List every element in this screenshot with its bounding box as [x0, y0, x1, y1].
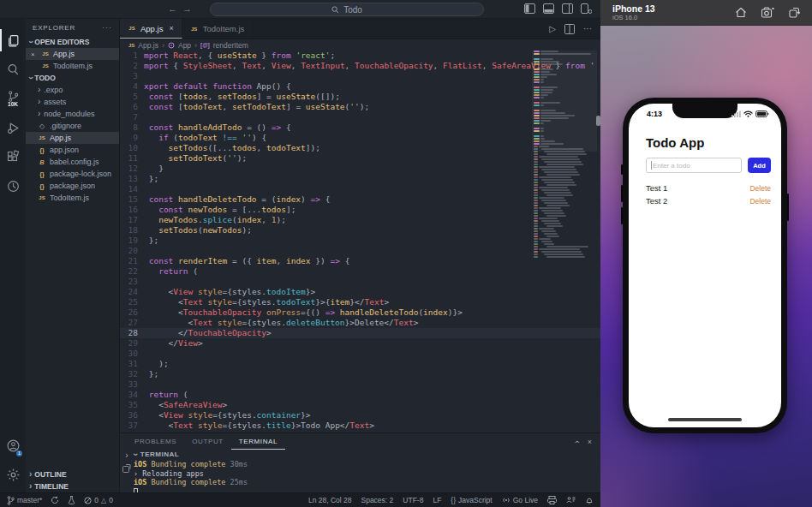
panel-tab-terminal[interactable]: TERMINAL [231, 433, 285, 450]
code-line[interactable]: 2mport { StyleSheet, Text, View, TextInp… [120, 61, 600, 71]
run-button[interactable]: ▷ [549, 24, 556, 33]
todo-input[interactable]: Enter a todo [646, 158, 742, 173]
toggle-sidebar-icon[interactable] [524, 3, 535, 14]
code-editor[interactable]: 1mport React, { useState } from 'react';… [120, 51, 600, 432]
code-line[interactable]: 22 return ( [120, 266, 600, 277]
panel-close-icon[interactable]: × [588, 438, 592, 446]
activity-clock-extension[interactable] [0, 171, 26, 200]
code-line[interactable]: 31 ); [120, 359, 600, 369]
delete-button[interactable]: Delete [749, 197, 771, 206]
code-line[interactable]: 19 }; [120, 236, 600, 246]
rotate-icon[interactable] [789, 7, 800, 18]
go-live-button[interactable]: Go Live [502, 496, 538, 504]
branch-indicator[interactable]: master* [7, 496, 42, 505]
code-line[interactable]: 13 }; [120, 174, 600, 184]
panel-tab-problems[interactable]: PROBLEMS [127, 433, 184, 450]
editor-more-icon[interactable]: ··· [583, 24, 592, 33]
sync-button[interactable] [51, 496, 59, 504]
history-back-button[interactable]: ← [168, 3, 182, 14]
file-tree-item[interactable]: {}app.json [26, 144, 119, 156]
home-icon[interactable] [735, 7, 747, 18]
accounts-button[interactable]: 1 [0, 431, 26, 460]
eol[interactable]: LF [433, 496, 441, 504]
toggle-secondary-sidebar-icon[interactable] [562, 3, 573, 14]
code-line[interactable]: 25 <Text style={styles.todoText}>{item}<… [120, 297, 600, 307]
outline-section[interactable]: › OUTLINE [26, 468, 119, 480]
activity-run-debug[interactable] [0, 113, 26, 142]
code-line[interactable]: 3 [120, 71, 600, 81]
code-line[interactable]: 5 const [todos, setTodos] = useState([])… [120, 92, 600, 102]
language-mode[interactable]: {} JavaScript [451, 496, 492, 504]
open-editors-split-icon[interactable] [122, 464, 131, 473]
file-tree-item[interactable]: ›node_modules [26, 108, 119, 120]
problems-indicator[interactable]: 0 △ 0 [84, 496, 113, 504]
add-button[interactable]: Add [748, 158, 771, 173]
file-tree-item[interactable]: JSApp.js [26, 132, 119, 144]
code-line[interactable]: 8 const handleAddTodo = () => { [120, 122, 600, 133]
panel-maximize-icon[interactable]: › [573, 440, 582, 443]
code-line[interactable]: 29 </View> [120, 338, 600, 349]
open-editors-section[interactable]: › OPEN EDITORS [26, 36, 119, 48]
explorer-more-icon[interactable]: ··· [102, 23, 112, 32]
editor-tab[interactable]: JSApp.js× [120, 19, 182, 39]
code-line[interactable]: 9 if (todoText !== '') { [120, 133, 600, 143]
code-line[interactable]: 15 const handleDeleteTodo = (index) => { [120, 194, 600, 205]
file-tree-item[interactable]: {}package.json [26, 180, 119, 192]
activity-explorer[interactable] [0, 26, 26, 55]
customize-layout-icon[interactable] [581, 3, 592, 14]
file-tree-item[interactable]: {}package-lock.json [26, 168, 119, 180]
code-line[interactable]: 17 newTodos.splice(index, 1); [120, 215, 600, 225]
close-icon[interactable]: × [31, 51, 35, 58]
code-line[interactable]: 11 setTodoText(''); [120, 153, 600, 164]
command-center-search[interactable]: Todo [210, 3, 484, 16]
screenshot-icon[interactable] [761, 7, 774, 18]
code-line[interactable]: 23 [120, 277, 600, 287]
activity-source-control[interactable]: 10K [0, 84, 26, 113]
delete-button[interactable]: Delete [749, 184, 771, 193]
breadcrumb[interactable]: JS App.js › App › [@] renderItem [120, 39, 600, 51]
folder-section[interactable]: › TODO [26, 72, 119, 84]
indentation[interactable]: Spaces: 2 [361, 496, 394, 504]
code-line[interactable]: 33 [120, 379, 600, 390]
file-tree-item[interactable]: ›assets [26, 96, 119, 108]
home-indicator[interactable] [668, 418, 742, 421]
code-line[interactable]: 28 </TouchableOpacity> [120, 328, 600, 338]
rail-chevron-icon[interactable]: › [125, 451, 128, 460]
code-line[interactable]: 6 const [todoText, setTodoText] = useSta… [120, 102, 600, 112]
printer-icon[interactable] [547, 496, 557, 504]
open-editor-item[interactable]: ×JSApp.js [26, 48, 119, 60]
panel-tab-output[interactable]: OUTPUT [184, 433, 231, 450]
code-line[interactable]: 37 <Text style={styles.title}>Todo App</… [120, 421, 600, 431]
feedback-icon[interactable] [566, 496, 576, 504]
code-line[interactable]: 7 [120, 112, 600, 122]
code-line[interactable]: 35 <SafeAreaView> [120, 400, 600, 410]
file-tree-item[interactable]: JSTodoItem.js [26, 192, 119, 204]
file-tree-item[interactable]: Bbabel.config.js [26, 156, 119, 168]
code-line[interactable]: 1mport React, { useState } from 'react'; [120, 51, 600, 61]
code-line[interactable]: 21 const renderItem = ({ item, index }) … [120, 256, 600, 266]
encoding[interactable]: UTF-8 [403, 496, 423, 504]
code-line[interactable]: 4xport default function App() { [120, 81, 600, 92]
editor-tab[interactable]: JSTodoItem.js [182, 19, 254, 39]
history-forward-button[interactable]: → [182, 3, 197, 14]
timeline-section[interactable]: › TIMELINE [26, 480, 119, 492]
code-line[interactable]: 14 [120, 184, 600, 194]
code-line[interactable]: 34 return ( [120, 390, 600, 400]
code-line[interactable]: 18 setTodos(newTodos); [120, 225, 600, 236]
code-line[interactable]: 12 } [120, 164, 600, 174]
code-line[interactable]: 30 [120, 349, 600, 359]
bell-icon[interactable] [585, 496, 594, 504]
file-tree-item[interactable]: ◇.gitignore [26, 120, 119, 132]
cursor-position[interactable]: Ln 28, Col 28 [308, 496, 352, 504]
code-line[interactable]: 36 <View style={styles.container}> [120, 410, 600, 421]
manage-button[interactable] [0, 460, 26, 489]
toggle-panel-icon[interactable] [543, 3, 554, 14]
terminal[interactable]: › TERMINAL iOS Bundling complete 30ms› R… [134, 450, 600, 493]
minimap[interactable] [534, 51, 595, 427]
split-editor-icon[interactable] [564, 24, 575, 34]
code-line[interactable]: 16 const newTodos = [...todos]; [120, 205, 600, 215]
code-line[interactable]: 24 <View style={styles.todoItem}> [120, 287, 600, 297]
packager-button[interactable] [68, 496, 75, 504]
file-tree-item[interactable]: ›.expo [26, 84, 119, 96]
code-line[interactable]: 10 setTodos([...todos, todoText]); [120, 143, 600, 153]
